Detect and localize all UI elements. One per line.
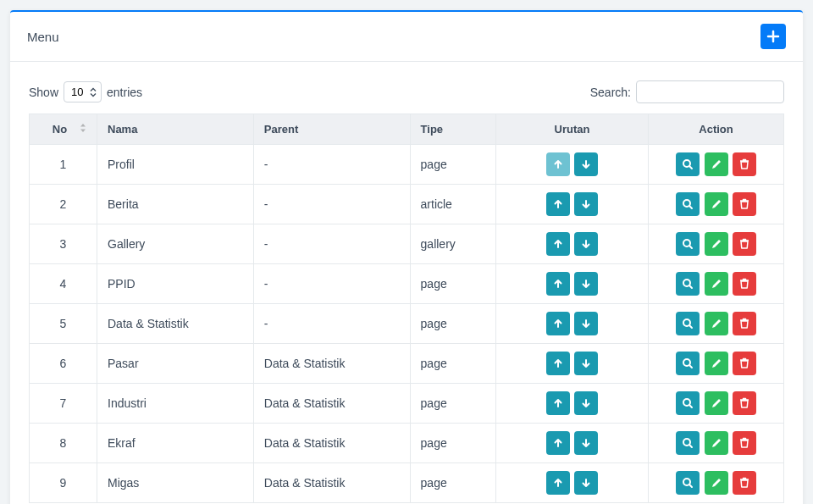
view-button[interactable] — [676, 312, 700, 335]
table-controls: Show 10 entries Search: — [29, 80, 784, 103]
cell-nama: Migas — [97, 463, 254, 503]
cell-action — [649, 145, 784, 185]
cell-nama: Gallery — [97, 224, 254, 264]
move-up-button[interactable] — [546, 352, 570, 375]
cell-no: 7 — [30, 384, 97, 424]
edit-button[interactable] — [705, 471, 728, 495]
cell-urutan — [496, 185, 649, 224]
delete-button[interactable] — [733, 391, 756, 415]
edit-button[interactable] — [705, 431, 728, 455]
cell-action — [649, 424, 784, 463]
view-button[interactable] — [676, 152, 700, 176]
view-button[interactable] — [676, 391, 700, 415]
arrow-down-icon — [580, 437, 592, 449]
delete-button[interactable] — [733, 152, 756, 176]
move-down-button[interactable] — [574, 232, 598, 256]
cell-action — [649, 185, 784, 224]
edit-button[interactable] — [705, 312, 728, 335]
pencil-icon — [711, 198, 722, 210]
move-down-button[interactable] — [574, 152, 598, 176]
trash-icon — [738, 477, 750, 489]
delete-button[interactable] — [733, 232, 756, 256]
col-parent[interactable]: Parent — [253, 114, 410, 145]
col-nama[interactable]: Nama — [97, 114, 254, 145]
length-select[interactable]: 10 — [64, 81, 102, 102]
trash-icon — [738, 437, 750, 449]
search-icon — [682, 477, 694, 489]
arrow-up-icon — [552, 437, 564, 449]
cell-parent: - — [253, 145, 410, 185]
move-up-button[interactable] — [546, 471, 570, 495]
pencil-icon — [711, 318, 722, 330]
add-button[interactable] — [760, 24, 786, 49]
trash-icon — [738, 357, 750, 369]
search-icon — [682, 278, 694, 290]
view-button[interactable] — [676, 232, 700, 256]
card-title: Menu — [27, 30, 59, 44]
edit-button[interactable] — [705, 152, 728, 176]
arrow-up-icon — [552, 238, 564, 250]
search-icon — [682, 357, 694, 369]
move-down-button[interactable] — [574, 312, 598, 335]
card-body: Show 10 entries Search: — [10, 62, 803, 504]
col-urutan[interactable]: Urutan — [496, 114, 649, 145]
col-action[interactable]: Action — [649, 114, 784, 145]
search-input[interactable] — [636, 80, 784, 103]
delete-button[interactable] — [733, 312, 756, 335]
cell-urutan — [496, 264, 649, 304]
move-down-button[interactable] — [574, 391, 598, 415]
view-button[interactable] — [676, 192, 700, 216]
search-control: Search: — [590, 80, 784, 103]
data-table: No Nama Parent Tipe Urutan Action — [29, 114, 784, 503]
cell-tipe: page — [410, 463, 495, 503]
view-button[interactable] — [676, 352, 700, 375]
move-up-button[interactable] — [546, 312, 570, 335]
table-row: 4 PPID - page — [30, 264, 784, 304]
move-down-button[interactable] — [574, 431, 598, 455]
cell-tipe: page — [410, 304, 495, 344]
edit-button[interactable] — [705, 232, 728, 256]
entries-label: entries — [107, 86, 142, 99]
cell-no: 8 — [30, 424, 97, 463]
move-up-button[interactable] — [546, 232, 570, 256]
move-up-button[interactable] — [546, 391, 570, 415]
move-down-button[interactable] — [574, 471, 598, 495]
cell-nama: Ekraf — [97, 424, 254, 463]
arrow-up-icon — [552, 158, 564, 170]
edit-button[interactable] — [705, 391, 728, 415]
cell-no: 2 — [30, 185, 97, 224]
search-icon — [682, 318, 694, 330]
move-down-button[interactable] — [574, 352, 598, 375]
card: Menu Show 10 — [10, 10, 803, 504]
view-button[interactable] — [676, 272, 700, 296]
cell-urutan — [496, 304, 649, 344]
edit-button[interactable] — [705, 192, 728, 216]
move-down-button[interactable] — [574, 192, 598, 216]
view-button[interactable] — [676, 431, 700, 455]
delete-button[interactable] — [733, 471, 756, 495]
pencil-icon — [711, 238, 722, 250]
cell-no: 6 — [30, 344, 97, 384]
pencil-icon — [711, 278, 722, 290]
arrow-down-icon — [580, 238, 592, 250]
move-up-button[interactable] — [546, 192, 570, 216]
move-up-button[interactable] — [546, 272, 570, 296]
cell-action — [649, 224, 784, 264]
col-no[interactable]: No — [30, 114, 97, 145]
edit-button[interactable] — [705, 352, 728, 375]
delete-button[interactable] — [733, 352, 756, 375]
col-tipe[interactable]: Tipe — [410, 114, 495, 145]
move-up-button[interactable] — [546, 431, 570, 455]
table-row: 5 Data & Statistik - page — [30, 304, 784, 344]
delete-button[interactable] — [733, 431, 756, 455]
view-button[interactable] — [676, 471, 700, 495]
cell-action — [649, 304, 784, 344]
delete-button[interactable] — [733, 272, 756, 296]
move-down-button[interactable] — [574, 272, 598, 296]
table-row: 7 Industri Data & Statistik page — [30, 384, 784, 424]
pencil-icon — [711, 158, 722, 170]
table-row: 6 Pasar Data & Statistik page — [30, 344, 784, 384]
delete-button[interactable] — [733, 192, 756, 216]
move-up-button[interactable] — [546, 152, 570, 176]
edit-button[interactable] — [705, 272, 728, 296]
